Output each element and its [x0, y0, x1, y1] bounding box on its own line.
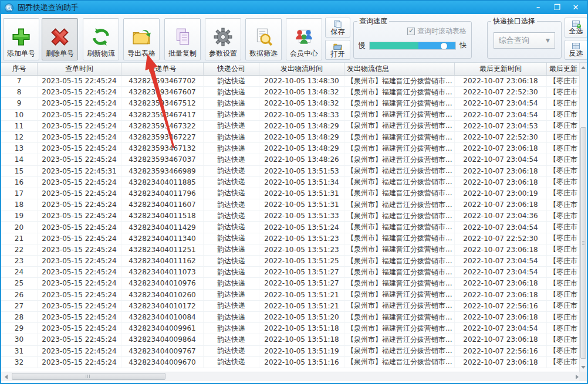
table-row[interactable]: 82023-05-15 22:45:24432823593467607韵达快递2… — [1, 87, 582, 98]
export-table-button[interactable]: 导出表格 — [123, 18, 160, 60]
table-cell: 【枣庄市 — [547, 290, 582, 300]
table-cell: 2022-10-07 23:06:18 — [455, 76, 547, 86]
table-row[interactable]: 212023-05-15 22:45:24432823404011340韵达快递… — [1, 233, 582, 244]
table-cell: 9 — [1, 98, 38, 108]
table-cell: 2023-05-15 22:45:24 — [38, 121, 121, 131]
select-all-button[interactable]: + 全选 — [565, 18, 587, 38]
table-row[interactable]: 202023-05-15 22:45:24432823404011429韵达快递… — [1, 222, 582, 233]
table-cell: 2022-10-07 22:52:30 — [455, 132, 547, 142]
scroll-up-button[interactable] — [580, 63, 587, 72]
table-row[interactable]: 292023-05-15 22:45:24432823404009961韵达快递… — [1, 323, 582, 334]
horizontal-scroll-thumb[interactable] — [12, 373, 165, 380]
member-center-button[interactable]: 会员中心 — [286, 18, 322, 60]
open-button[interactable]: 打开 — [325, 40, 350, 60]
table-cell: 2023-05-15 22:45:24 — [38, 233, 121, 244]
table-cell: 15 — [1, 166, 38, 176]
api-dropdown[interactable]: 综合查询 ▼ — [494, 32, 555, 49]
table-row[interactable]: 282023-05-15 22:45:24432823404010084韵达快递… — [1, 312, 582, 323]
table-cell: 2023-05-15 22:45:31 — [38, 166, 121, 176]
table-row[interactable]: 242023-05-15 22:45:24432823404011073韵达快递… — [1, 267, 582, 278]
table-cell: 韵达快递 — [204, 267, 259, 277]
table-row[interactable]: 122023-05-15 22:45:24432823593467227韵达快递… — [1, 132, 582, 143]
table-row[interactable]: 262023-05-15 22:45:24432823404010260韵达快递… — [1, 290, 582, 301]
table-cell: 韵达快递 — [204, 334, 259, 345]
table-cell: 韵达快递 — [204, 233, 259, 244]
vertical-scrollbar[interactable] — [579, 63, 587, 372]
column-header[interactable]: 快递单号 — [121, 63, 204, 75]
table-cell: 2023-05-15 22:45:24 — [38, 278, 121, 288]
table-cell: 韵达快递 — [204, 312, 259, 322]
column-header[interactable]: 序号 — [1, 63, 38, 75]
column-header[interactable]: 发出物流信息 — [344, 63, 455, 75]
table-row[interactable]: 182023-05-15 22:45:24432823404011607韵达快递… — [1, 199, 582, 210]
speed-slider[interactable] — [369, 42, 456, 50]
table-cell: 2022-10-07 23:06:18 — [455, 244, 547, 255]
column-header[interactable]: 查单时间 — [38, 63, 121, 75]
table-cell: 432823404010084 — [121, 312, 204, 322]
table-cell: 韵达快递 — [204, 121, 259, 131]
table-row[interactable]: 132023-05-15 22:45:24432823593467132韵达快递… — [1, 143, 582, 154]
table-row[interactable]: 142023-05-15 22:45:24432823593467037韵达快递… — [1, 154, 582, 165]
table-row[interactable]: 152023-05-15 22:45:31432823593466989韵达快递… — [1, 166, 582, 177]
scroll-table-checkbox-row[interactable]: 查询时滚动表格 — [354, 26, 467, 36]
table-cell: 【枣庄市 — [547, 244, 582, 255]
table-cell: 2023-05-15 22:45:24 — [38, 98, 121, 108]
open-icon — [333, 42, 342, 50]
delete-order-button[interactable]: 删除单号 — [42, 18, 78, 60]
close-button[interactable]: ✕ — [570, 1, 581, 14]
slider-slow-label: 慢 — [359, 40, 366, 50]
invert-selection-button[interactable]: 反选 — [565, 40, 587, 60]
table-row[interactable]: 72023-05-15 22:45:24432823593467702韵达快递2… — [1, 76, 582, 87]
table-row[interactable]: 252023-05-15 22:45:24432823404010976韵达快递… — [1, 278, 582, 289]
export-icon — [131, 25, 151, 49]
scroll-left-button[interactable] — [1, 372, 11, 381]
table-row[interactable]: 92023-05-15 22:45:24432823593467512韵达快递2… — [1, 98, 582, 109]
scroll-table-checkbox[interactable] — [407, 28, 415, 35]
table-row[interactable]: 272023-05-15 22:45:24432823404010172韵达快递… — [1, 301, 582, 312]
data-filter-button[interactable]: 数据筛选 — [245, 18, 282, 60]
table-cell: 2023-05-15 22:45:24 — [38, 177, 121, 188]
table-cell: 2022-10-07 23:06:18 — [455, 166, 547, 176]
column-header[interactable]: 发出物流时间 — [259, 63, 344, 75]
table-cell: 【泉州市】福建晋江分拨营销市... — [344, 132, 455, 142]
settings-button[interactable]: 参数设置 — [205, 18, 241, 60]
table-row[interactable]: 172023-05-15 22:45:24432823404011796韵达快递… — [1, 188, 582, 199]
batch-copy-button[interactable]: 批量复制 — [164, 18, 201, 60]
vertical-scroll-thumb[interactable] — [580, 127, 586, 359]
refresh-logistics-button[interactable]: 刷新物流 — [83, 18, 119, 60]
table-row[interactable]: 302023-05-15 22:45:24432823404009864韵达快递… — [1, 334, 582, 345]
table-row[interactable]: 222023-05-15 22:45:24432823404011251韵达快递… — [1, 244, 582, 256]
maximize-button[interactable]: ❐ — [552, 1, 562, 14]
table-row[interactable]: 232023-05-15 22:45:24432823404011162韵达快递… — [1, 256, 582, 267]
table-cell: 20 — [1, 222, 38, 232]
table-row[interactable]: 112023-05-15 22:45:24432823593467322韵达快递… — [1, 121, 582, 132]
table-cell: 432823404011162 — [121, 256, 204, 266]
column-header[interactable]: 最后更新时间 — [455, 63, 547, 75]
table-row[interactable]: 312023-05-15 22:45:24432823404009767韵达快递… — [1, 346, 582, 357]
chevron-down-icon: ▼ — [546, 38, 550, 43]
column-header[interactable]: 最后更新 — [547, 63, 582, 75]
table-row[interactable]: 102023-05-15 22:45:24432823593467417韵达快递… — [1, 110, 582, 121]
table-cell: 2023-05-15 22:45:24 — [38, 290, 121, 300]
table-cell: 432823404011251 — [121, 244, 204, 255]
table-cell: 29 — [1, 323, 38, 334]
table-row[interactable]: 322023-05-15 22:45:24432823404009670韵达快递… — [1, 357, 582, 368]
triangle-right-icon — [576, 375, 579, 379]
table-cell: 【枣庄市 — [547, 98, 582, 108]
save-button[interactable]: 保存 — [325, 18, 350, 38]
minimize-button[interactable]: – — [533, 1, 543, 14]
add-order-button[interactable]: 添加单号 — [3, 18, 39, 60]
table-cell: 2022-10-07 23:04:54 — [455, 323, 547, 334]
table-cell: 【泉州市】福建晋江分拨营销市... — [344, 323, 455, 334]
scroll-grip-icon — [86, 375, 90, 378]
speed-slider-knob[interactable] — [441, 43, 447, 49]
table-cell: 2022-10-07 23:04:54 — [455, 256, 547, 266]
table-row[interactable]: 162023-05-15 22:45:24432823404011885韵达快递… — [1, 177, 582, 188]
scroll-down-button[interactable] — [580, 362, 587, 372]
table-cell: 【泉州市】福建晋江分拨营销市... — [344, 188, 455, 199]
table-cell: 韵达快递 — [204, 323, 259, 334]
table-cell: 2023-05-15 22:45:24 — [38, 143, 121, 154]
horizontal-scrollbar[interactable] — [1, 372, 582, 381]
table-row[interactable]: 192023-05-15 22:45:24432823404011518韵达快递… — [1, 210, 582, 222]
column-header[interactable]: 快递公司 — [204, 63, 259, 75]
